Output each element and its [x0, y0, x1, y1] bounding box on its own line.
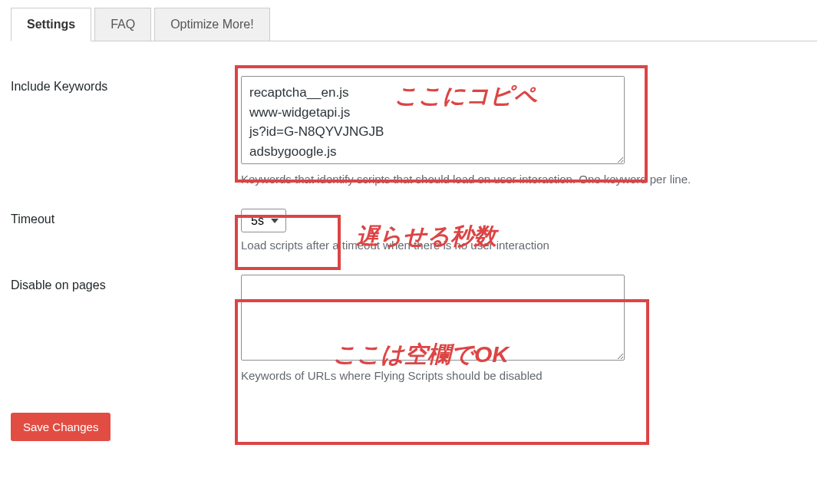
tab-optimize[interactable]: Optimize More!	[154, 8, 269, 41]
save-changes-button[interactable]: Save Changes	[11, 413, 111, 441]
timeout-select[interactable]: 5s	[241, 209, 286, 232]
disable-on-pages-description: Keywords of URLs where Flying Scripts sh…	[241, 369, 810, 382]
settings-form-table: Include Keywords Keywords that identify …	[11, 64, 817, 394]
timeout-description: Load scripts after a timeout when there …	[241, 239, 810, 252]
timeout-label: Timeout	[11, 197, 233, 263]
tab-faq[interactable]: FAQ	[94, 8, 151, 41]
include-keywords-description: Keywords that identify scripts that shou…	[241, 173, 810, 186]
disable-on-pages-label: Disable on pages	[11, 263, 233, 394]
tab-settings[interactable]: Settings	[11, 8, 91, 41]
include-keywords-label: Include Keywords	[11, 64, 233, 197]
settings-container: Settings FAQ Optimize More! Include Keyw…	[11, 8, 817, 441]
include-keywords-textarea[interactable]	[241, 76, 625, 164]
disable-on-pages-textarea[interactable]	[241, 275, 625, 361]
nav-tabs: Settings FAQ Optimize More!	[11, 8, 817, 41]
